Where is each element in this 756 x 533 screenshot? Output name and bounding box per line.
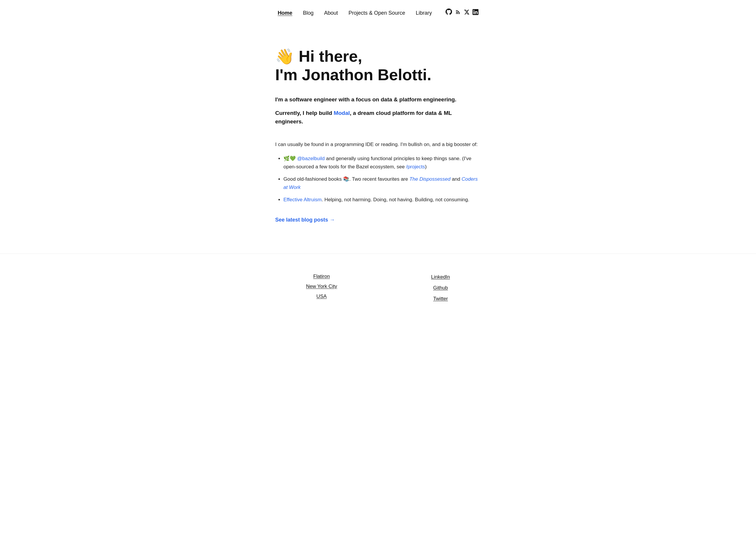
nav-link-about[interactable]: About	[324, 9, 338, 17]
see-blog-link[interactable]: See latest blog posts →	[275, 216, 335, 224]
projects-link[interactable]: /projects	[406, 164, 425, 170]
page-footer: Flatiron New York City USA LinkedIn Gith…	[0, 254, 756, 322]
modal-link[interactable]: Modal	[334, 110, 350, 116]
bazel-end: )	[425, 164, 427, 170]
subtitle-engineer: I'm a software engineer with a focus on …	[275, 96, 481, 104]
wave-emoji: 👋	[275, 48, 294, 65]
main-nav: Home Blog About Projects & Open Source L…	[0, 0, 756, 23]
footer-linkedin[interactable]: LinkedIn	[431, 271, 450, 282]
footer-nyc[interactable]: New York City	[306, 281, 337, 292]
nav-link-projects[interactable]: Projects & Open Source	[348, 9, 405, 17]
footer-location: Flatiron New York City USA	[306, 271, 337, 304]
footer-twitter[interactable]: Twitter	[431, 293, 450, 304]
books-prefix: Good old-fashioned books 📚. Two recent f…	[284, 176, 409, 182]
footer-github[interactable]: Github	[431, 282, 450, 293]
main-content: 👋 Hi there, I'm Jonathon Belotti. I'm a …	[263, 47, 493, 254]
bullet-list: 🌿💚 @bazelbuild and generally using funct…	[275, 154, 481, 204]
ea-suffix: . Helping, not harming. Doing, not havin…	[322, 197, 469, 203]
nav-link-home[interactable]: Home	[278, 9, 292, 17]
linkedin-nav-icon[interactable]	[472, 8, 478, 18]
body-intro: I can usually be found in a programming …	[275, 140, 481, 148]
list-item-ea: Effective Altruism. Helping, not harming…	[284, 196, 481, 204]
subtitle-modal: Currently, I help build Modal, a dream c…	[275, 109, 481, 126]
subtitle-modal-prefix: Currently, I help build	[275, 110, 334, 116]
ea-link[interactable]: Effective Altruism	[284, 197, 322, 203]
twitter-nav-icon[interactable]	[464, 8, 470, 18]
hero-title: 👋 Hi there, I'm Jonathon Belotti.	[275, 47, 481, 84]
footer-flatiron[interactable]: Flatiron	[306, 271, 337, 281]
books-middle: and	[450, 176, 462, 182]
bazelbuild-link[interactable]: @bazelbuild	[297, 156, 325, 161]
bazel-emoji: 🌿💚	[284, 156, 297, 161]
footer-usa[interactable]: USA	[306, 292, 337, 301]
github-nav-icon[interactable]	[446, 8, 452, 18]
hero-line2: I'm Jonathon Belotti.	[275, 66, 481, 84]
list-item-bazel: 🌿💚 @bazelbuild and generally using funct…	[284, 154, 481, 171]
nav-icons	[446, 8, 478, 18]
nav-link-blog[interactable]: Blog	[303, 9, 313, 17]
hero-line1: Hi there,	[299, 47, 362, 65]
dispossessed-link[interactable]: The Dispossessed	[409, 176, 450, 182]
list-item-books: Good old-fashioned books 📚. Two recent f…	[284, 175, 481, 192]
nav-link-library[interactable]: Library	[416, 9, 432, 17]
footer-social: LinkedIn Github Twitter	[431, 271, 450, 304]
rss-nav-icon[interactable]	[455, 8, 461, 18]
